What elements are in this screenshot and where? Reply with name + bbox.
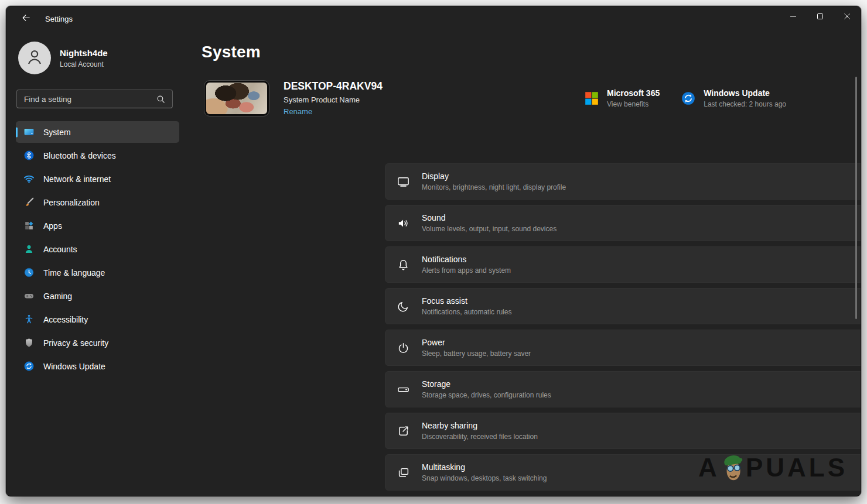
sidebar-item-label: Network & internet (43, 174, 111, 184)
nearby-sharing-icon (397, 424, 410, 438)
search-input[interactable] (17, 95, 156, 104)
sidebar-item-apps[interactable]: Apps (16, 215, 179, 236)
settings-row-notifications[interactable]: NotificationsAlerts from apps and system (385, 246, 861, 283)
display-icon (397, 175, 410, 188)
apps-icon (23, 220, 35, 231)
person-icon (25, 47, 45, 69)
close-icon (844, 12, 851, 22)
user-profile[interactable]: Nightsh4de Local Account (18, 42, 108, 74)
sidebar-item-privacy-security[interactable]: Privacy & security (16, 332, 179, 354)
settings-row-power[interactable]: PowerSleep, battery usage, battery saver (385, 330, 861, 366)
focus-assist-icon (397, 300, 410, 313)
sound-icon (397, 217, 410, 230)
sidebar-item-system[interactable]: System (16, 121, 179, 143)
row-subtitle: Monitors, brightness, night light, displ… (422, 183, 861, 191)
watermark-text-a: A (698, 453, 720, 482)
maximize-icon (817, 12, 824, 22)
sidebar-item-label: Windows Update (43, 362, 105, 371)
settings-rows: DisplayMonitors, brightness, night light… (385, 163, 861, 496)
sidebar: Nightsh4de Local Account SystemBluetooth… (6, 31, 194, 496)
settings-row-storage[interactable]: StorageStorage space, drives, configurat… (385, 371, 861, 407)
windows-update-icon (23, 361, 35, 372)
row-subtitle: Sleep, battery usage, battery saver (422, 349, 861, 358)
row-title: Focus assist (422, 296, 861, 306)
row-title: Power (422, 338, 861, 347)
sidebar-item-label: System (43, 128, 71, 137)
back-button[interactable] (16, 10, 36, 28)
status-title: Windows Update (704, 88, 786, 98)
rename-link[interactable]: Rename (284, 107, 312, 116)
sidebar-item-accounts[interactable]: Accounts (16, 238, 179, 260)
personalization-icon (23, 197, 35, 208)
sidebar-item-personalization[interactable]: Personalization (16, 191, 179, 213)
row-subtitle: Discoverability, received files location (422, 433, 861, 441)
sidebar-item-bluetooth-devices[interactable]: Bluetooth & devices (16, 145, 179, 166)
accessibility-icon (23, 314, 35, 325)
sidebar-item-label: Personalization (43, 198, 100, 207)
multitasking-icon (397, 466, 410, 479)
accounts-icon (23, 244, 35, 255)
sidebar-nav: SystemBluetooth & devicesNetwork & inter… (16, 121, 179, 379)
status-subtitle: Last checked: 2 hours ago (704, 100, 786, 108)
settings-row-activation[interactable]: Activation (385, 496, 861, 496)
windows-update-icon (681, 91, 696, 106)
gaming-icon (23, 290, 35, 301)
page-title: System (202, 43, 261, 61)
main-content: System DESKTOP-4RAKV94 System Product Na… (194, 31, 861, 496)
settings-row-focus-assist[interactable]: Focus assistNotifications, automatic rul… (385, 288, 861, 324)
sidebar-item-windows-update[interactable]: Windows Update (16, 355, 179, 377)
network-icon (23, 173, 35, 184)
row-title: Storage (422, 379, 861, 389)
account-type: Local Account (60, 60, 108, 68)
row-subtitle: Volume levels, output, input, sound devi… (422, 225, 861, 233)
status-item-windows-update[interactable]: Windows UpdateLast checked: 2 hours ago (681, 88, 786, 108)
scrollbar[interactable] (855, 77, 857, 319)
status-subtitle: View benefits (607, 100, 660, 108)
appuals-mascot-icon (721, 452, 745, 483)
settings-row-nearby-sharing[interactable]: Nearby sharingDiscoverability, received … (385, 413, 861, 449)
sidebar-item-gaming[interactable]: Gaming (16, 285, 179, 307)
watermark-text-puals: PUALS (746, 453, 848, 482)
search-box[interactable] (16, 90, 173, 108)
time-language-icon (23, 267, 35, 278)
power-icon (397, 341, 410, 355)
system-icon (23, 126, 35, 138)
row-subtitle: Storage space, drives, configuration rul… (422, 391, 861, 399)
device-product-name: System Product Name (284, 95, 383, 104)
bluetooth-icon (23, 150, 35, 161)
close-button[interactable] (834, 6, 861, 28)
maximize-button[interactable] (807, 6, 834, 28)
row-subtitle: Notifications, automatic rules (422, 308, 861, 316)
storage-icon (397, 383, 410, 396)
settings-window: Settings Nightsh4de Local Account (6, 6, 861, 496)
sidebar-item-label: Bluetooth & devices (43, 151, 116, 160)
user-name: Nightsh4de (60, 48, 108, 58)
sidebar-item-label: Privacy & security (43, 338, 108, 348)
privacy-security-icon (23, 337, 35, 348)
status-title: Microsoft 365 (607, 88, 660, 98)
sidebar-item-label: Gaming (43, 292, 72, 301)
sidebar-item-label: Accounts (43, 245, 77, 254)
settings-row-sound[interactable]: SoundVolume levels, output, input, sound… (385, 205, 861, 241)
selected-indicator (16, 127, 18, 137)
appuals-watermark: APUALS (698, 452, 848, 483)
notifications-icon (397, 258, 410, 272)
row-subtitle: Alerts from apps and system (422, 266, 861, 275)
sidebar-item-time-language[interactable]: Time & language (16, 262, 179, 283)
row-title: Display (422, 172, 861, 181)
microsoft-logo (584, 91, 599, 106)
status-area: Microsoft 365View benefitsWindows Update… (584, 80, 786, 116)
minimize-icon (790, 12, 797, 22)
sidebar-item-accessibility[interactable]: Accessibility (16, 308, 179, 330)
avatar (18, 42, 51, 74)
titlebar: Settings (6, 6, 861, 31)
row-title: Nearby sharing (422, 421, 861, 430)
window-title: Settings (45, 15, 73, 23)
row-title: Sound (422, 213, 861, 222)
sidebar-item-network-internet[interactable]: Network & internet (16, 168, 179, 190)
minimize-button[interactable] (780, 6, 807, 28)
status-item-microsoft-365[interactable]: Microsoft 365View benefits (584, 88, 660, 108)
device-wallpaper-thumbnail (204, 81, 269, 116)
settings-row-display[interactable]: DisplayMonitors, brightness, night light… (385, 163, 861, 200)
sidebar-item-label: Apps (43, 221, 62, 231)
